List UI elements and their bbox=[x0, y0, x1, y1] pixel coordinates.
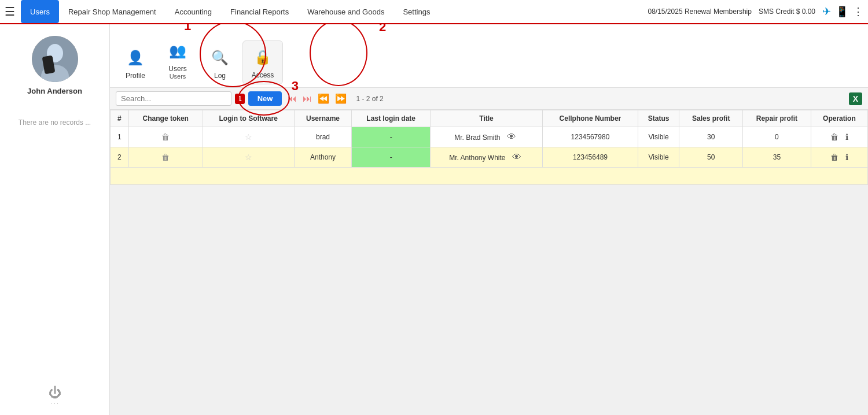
delete-row-btn-1[interactable]: 🗑 bbox=[828, 131, 841, 143]
col-title: Title bbox=[430, 110, 542, 127]
cell-num-2: 2 bbox=[111, 147, 129, 168]
cell-sales-profit-1: 30 bbox=[679, 127, 743, 147]
cell-repair-profit-1: 0 bbox=[743, 127, 811, 147]
access-icon: 🔒 bbox=[251, 46, 274, 69]
title-text-2: Mr. Anthony White bbox=[449, 154, 505, 162]
nav-tab-warehouse[interactable]: Warehouse and Goods bbox=[298, 0, 393, 23]
subnav-users[interactable]: 👥 Users Users bbox=[158, 35, 197, 84]
empty-row-cell bbox=[111, 168, 868, 185]
no-records-text: There are no records ... bbox=[19, 118, 91, 127]
top-nav: ☰ Users Repair Shop Management Accountin… bbox=[0, 0, 868, 24]
telegram-icon[interactable]: ✈ bbox=[822, 5, 831, 18]
users-table: # Change token Login to Software Usernam… bbox=[110, 110, 868, 185]
main-layout: John Anderson There are no records ... ⏻… bbox=[0, 24, 868, 415]
info-btn-1[interactable]: ℹ bbox=[843, 131, 851, 143]
cell-login-2: ☆ bbox=[203, 147, 294, 168]
excel-icon: X bbox=[853, 94, 858, 103]
avatar bbox=[32, 36, 78, 82]
whatsapp-icon[interactable]: 📱 bbox=[836, 5, 848, 18]
cell-repair-profit-2: 35 bbox=[743, 147, 811, 168]
nav-icons: ✈ 📱 ⋮ bbox=[822, 5, 863, 18]
nav-tab-settings[interactable]: Settings bbox=[393, 0, 439, 23]
col-username: Username bbox=[294, 110, 352, 127]
power-button[interactable]: ⏻ · · · bbox=[49, 386, 61, 406]
nav-tab-financial-reports[interactable]: Financial Reports bbox=[221, 0, 298, 23]
annotation-1: 1 bbox=[184, 24, 191, 34]
cell-sales-profit-2: 50 bbox=[679, 147, 743, 168]
cell-last-login-1: - bbox=[352, 127, 430, 147]
profile-icon: 👤 bbox=[124, 46, 147, 69]
cell-title-1: Mr. Brad Smith 👁 bbox=[430, 127, 542, 147]
login-star-btn-2[interactable]: ☆ bbox=[242, 151, 255, 163]
subnav-access[interactable]: 🔒 Access bbox=[242, 40, 283, 84]
delete-token-btn-1[interactable]: 🗑 bbox=[159, 131, 172, 143]
main-content: 1 2 👤 Profile 👥 Users Users 🔍 Log bbox=[110, 24, 868, 415]
last-page-btn[interactable]: ⏩ bbox=[333, 92, 349, 105]
cell-login-1: ☆ bbox=[203, 127, 294, 147]
table-row: 1 🗑 ☆ brad - Mr. Brad Smith 👁 bbox=[111, 127, 868, 147]
eye-btn-2[interactable]: 👁 bbox=[510, 151, 524, 164]
eye-btn-1[interactable]: 👁 bbox=[505, 131, 518, 143]
nav-tab-accounting[interactable]: Accounting bbox=[165, 0, 221, 23]
col-sales-profit: Sales profit bbox=[679, 110, 743, 127]
pagination-arrows: ⏮ ⏭ ⏪ ⏩ bbox=[285, 92, 349, 105]
cell-ops-1: 🗑 ℹ bbox=[811, 127, 867, 147]
sub-nav-items: 👤 Profile 👥 Users Users 🔍 Log 🔒 Access bbox=[116, 35, 283, 87]
cell-ops-2: 🗑 ℹ bbox=[811, 147, 867, 168]
table-container: # Change token Login to Software Usernam… bbox=[110, 110, 868, 415]
toolbar: 1 New 3 ⏮ ⏭ ⏪ ⏩ 1 - 2 of 2 X bbox=[110, 88, 868, 110]
cell-last-login-2: - bbox=[352, 147, 430, 168]
subnav-log[interactable]: 🔍 Log bbox=[200, 42, 240, 84]
next-page-btn[interactable]: ⏪ bbox=[315, 92, 332, 105]
access-label: Access bbox=[252, 71, 274, 79]
first-page-btn[interactable]: ⏮ bbox=[285, 92, 299, 105]
access-circle-annotation bbox=[310, 24, 367, 86]
title-text-1: Mr. Brad Smith bbox=[454, 134, 500, 142]
cell-username-1: brad bbox=[294, 127, 352, 147]
col-cellphone: Cellphone Number bbox=[543, 110, 638, 127]
nav-tab-users[interactable]: Users bbox=[21, 0, 59, 23]
table-header-row: # Change token Login to Software Usernam… bbox=[111, 110, 868, 127]
col-last-login: Last login date bbox=[352, 110, 430, 127]
annotation-2: 2 bbox=[379, 24, 386, 35]
sidebar: John Anderson There are no records ... ⏻… bbox=[0, 24, 110, 415]
profile-label: Profile bbox=[126, 72, 145, 80]
users-label: Users bbox=[168, 65, 186, 73]
new-button[interactable]: New bbox=[248, 91, 282, 106]
new-button-wrap: New 3 bbox=[248, 91, 282, 106]
users-subtext: Users bbox=[170, 73, 186, 80]
subnav-profile[interactable]: 👤 Profile bbox=[116, 42, 155, 84]
users-icon: 👥 bbox=[166, 39, 189, 62]
cell-change-token-1: 🗑 bbox=[128, 127, 203, 147]
badge: 1 bbox=[235, 94, 245, 104]
col-num: # bbox=[111, 110, 129, 127]
login-star-btn-1[interactable]: ☆ bbox=[242, 131, 255, 143]
info-btn-2[interactable]: ℹ bbox=[843, 151, 851, 163]
col-login: Login to Software bbox=[203, 110, 294, 127]
col-repair-profit: Repair profit bbox=[743, 110, 811, 127]
cell-cellphone-2: 123456489 bbox=[543, 147, 638, 168]
log-icon: 🔍 bbox=[208, 46, 231, 69]
renewal-text: 08/15/2025 Renewal Membership bbox=[648, 8, 752, 16]
sms-credit-text: SMS Credit $ 0.00 bbox=[759, 8, 815, 16]
power-label: · · · bbox=[51, 401, 58, 406]
hamburger-menu[interactable]: ☰ bbox=[5, 5, 15, 18]
cell-num-1: 1 bbox=[111, 127, 129, 147]
log-label: Log bbox=[214, 72, 226, 80]
search-input[interactable] bbox=[116, 91, 231, 106]
cell-cellphone-1: 1234567980 bbox=[543, 127, 638, 147]
nav-tab-repair-shop[interactable]: Repair Shop Management bbox=[59, 0, 165, 23]
cell-status-1: Visible bbox=[638, 127, 679, 147]
prev-page-btn[interactable]: ⏭ bbox=[300, 92, 314, 105]
more-icon[interactable]: ⋮ bbox=[853, 5, 863, 18]
col-operation: Operation bbox=[811, 110, 867, 127]
table-empty-row bbox=[111, 168, 868, 185]
delete-row-btn-2[interactable]: 🗑 bbox=[828, 151, 841, 163]
user-name: John Anderson bbox=[27, 87, 82, 95]
sub-nav: 1 2 👤 Profile 👥 Users Users 🔍 Log bbox=[110, 24, 868, 88]
nav-tabs: Users Repair Shop Management Accounting … bbox=[21, 0, 648, 23]
pagination-text: 1 - 2 of 2 bbox=[356, 95, 383, 103]
excel-export-button[interactable]: X bbox=[849, 92, 862, 105]
nav-right: 08/15/2025 Renewal Membership SMS Credit… bbox=[648, 5, 864, 18]
delete-token-btn-2[interactable]: 🗑 bbox=[159, 151, 172, 163]
